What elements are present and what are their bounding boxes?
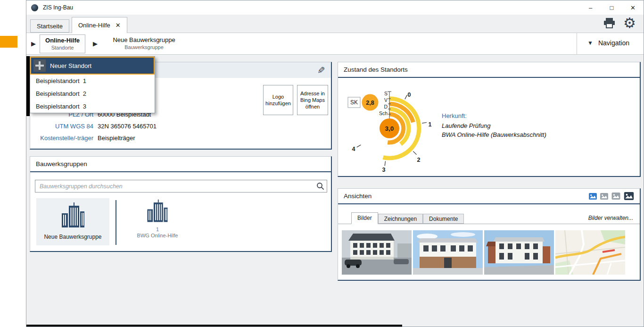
breadcrumb-subtitle: Standorte — [40, 45, 85, 50]
field-row-utm: UTM WGS 8432N 365076 5465701 — [30, 123, 157, 130]
tab-close-icon[interactable]: ✕ — [116, 22, 121, 29]
breadcrumb-expand-arrow-2[interactable]: ▶ — [93, 40, 98, 47]
bauwerksgruppen-title: Bauwerksgruppen — [36, 160, 87, 168]
breadcrumb-item-neue-bauwerksgruppe[interactable]: Neue Bauwerksgruppe Bauwerksgruppe — [103, 36, 185, 50]
gauge-axis-label-d: D — [384, 104, 388, 109]
app-logo-icon — [31, 4, 38, 11]
gauge-scale-2: 2 — [417, 157, 421, 163]
tab-bilder[interactable]: Bilder — [351, 212, 378, 224]
zustand-title: Zustand des Standorts — [344, 66, 408, 73]
image-size-small-icon[interactable] — [589, 193, 597, 200]
tab-online-hilfe-label: Online-Hilfe — [78, 22, 110, 29]
bwg-item-label: BWG Online-Hilfe — [127, 233, 188, 239]
tab-dokumente[interactable]: Dokumente — [423, 214, 464, 224]
herkunft-line-1: Laufende Prüfung — [442, 121, 546, 130]
app-window: ZIS Ing-Bau – □ ✕ Startseite Online-Hilf… — [26, 0, 644, 327]
search-icon[interactable] — [316, 182, 324, 190]
breadcrumb-item-online-hilfe[interactable]: Online-Hilfe Standorte — [40, 34, 85, 53]
ansichten-panel: Ansichten Bilder Zeichnungen Dokumente B… — [338, 188, 641, 281]
tab-zeichnungen[interactable]: Zeichnungen — [378, 214, 423, 224]
neue-bauwerksgruppe-label: Neue Bauwerksgruppe — [36, 234, 109, 240]
close-button[interactable]: ✕ — [622, 0, 644, 15]
dropdown-edge-strip — [26, 56, 30, 116]
bauwerksgruppen-header: Bauwerksgruppen — [30, 157, 331, 172]
gauge-scale-1: 1 — [429, 121, 432, 128]
zustand-panel: Zustand des Standorts S V D Sch — [338, 62, 641, 177]
herkunft-block: Herkunft: Laufende Prüfung BWA Online-Hi… — [442, 112, 546, 139]
building-icon — [145, 198, 170, 225]
bottom-edge-bar — [26, 325, 402, 327]
bauwerksgruppen-panel: Bauwerksgruppen — [30, 156, 332, 252]
maximize-button[interactable]: □ — [601, 0, 622, 15]
chevron-down-icon: ▼ — [587, 40, 593, 46]
neue-bauwerksgruppe-tile[interactable]: Neue Bauwerksgruppe — [36, 198, 109, 245]
navigation-separator — [577, 33, 577, 54]
field-label: Kostenstelle/-träger — [30, 134, 93, 142]
bauwerksgruppen-search — [35, 180, 327, 193]
ansichten-header: Ansichten — [338, 189, 640, 204]
orange-pointer-flag — [0, 36, 17, 48]
field-row-kostenstelle: Kostenstelle/-trägerBeispielträger — [30, 134, 135, 142]
search-input[interactable] — [35, 180, 327, 193]
herkunft-line-2: BWA Online-Hilfe (Bauwerksabschnitt) — [442, 130, 546, 139]
field-value: 32N 365076 5465701 — [98, 123, 157, 130]
tile-separator — [116, 200, 116, 245]
thumbnail-building-photo-1[interactable] — [342, 230, 412, 275]
menu-item-beispielstandort-1[interactable]: Beispielstandort 1 — [30, 75, 155, 87]
gauge-scale-3: 3 — [382, 167, 386, 173]
herkunft-label: Herkunft: — [442, 112, 546, 119]
gauge-scale-0: 0 — [408, 92, 411, 98]
menu-item-beispielstandort-3[interactable]: Beispielstandort 3 — [30, 100, 155, 113]
logo-hinzufuegen-button[interactable]: Logo hinzufügen — [263, 85, 293, 115]
thumbnail-map[interactable] — [555, 230, 625, 275]
edit-pencil-icon[interactable]: ✎ — [317, 66, 325, 75]
breadcrumb-title-2: Neue Bauwerksgruppe — [103, 36, 185, 43]
tab-startseite[interactable]: Startseite — [30, 19, 69, 33]
navigation-control[interactable]: ▼ Navigation — [587, 39, 629, 47]
sk-value: 2,8 — [366, 100, 374, 106]
image-size-xlarge-icon[interactable] — [624, 192, 634, 200]
menu-item-beispielstandort-2[interactable]: Beispielstandort 2 — [30, 87, 155, 100]
breadcrumb: ▶ Online-Hilfe Standorte ▶ Neue Bauwerks… — [26, 33, 644, 55]
window-title: ZIS Ing-Bau — [43, 4, 73, 11]
zustand-header: Zustand des Standorts — [338, 62, 640, 78]
bwg-online-hilfe-item[interactable]: 1 BWG Online-Hilfe — [127, 198, 188, 239]
bilder-verwalten-link[interactable]: Bilder verwalten... — [588, 215, 633, 221]
breadcrumb-expand-arrow-1[interactable]: ▶ — [31, 40, 36, 47]
zustand-gauge: S V D Sch 0 1 2 3 4 SK 2,8 3,0 — [339, 78, 440, 176]
image-size-medium-icon[interactable] — [600, 193, 608, 200]
standort-dropdown-menu: Neuer Standort Beispielstandort 1 Beispi… — [30, 56, 155, 113]
ansichten-title: Ansichten — [344, 193, 372, 200]
neuer-standort-menu-item[interactable]: Neuer Standort — [30, 57, 155, 75]
tab-online-hilfe[interactable]: Online-Hilfe ✕ — [72, 17, 127, 33]
gauge-scale-4: 4 — [352, 146, 355, 152]
thumbnail-building-photo-3[interactable] — [484, 230, 554, 275]
bwg-item-count: 1 — [127, 226, 188, 233]
window-controls: – □ ✕ — [580, 0, 644, 15]
gauge-axis-label-sch: Sch — [379, 110, 388, 116]
plus-icon — [33, 59, 46, 72]
building-icon — [59, 201, 87, 230]
breadcrumb-title: Online-Hilfe — [40, 37, 85, 44]
thumbnail-building-photo-2[interactable] — [413, 230, 483, 275]
field-value: Beispielträger — [98, 134, 135, 142]
field-label: UTM WGS 84 — [30, 123, 93, 130]
thumbnail-strip — [342, 230, 625, 275]
minimize-button[interactable]: – — [580, 0, 601, 15]
navigation-label: Navigation — [598, 39, 629, 47]
thumbnail-size-icons — [589, 192, 634, 200]
gauge-center-value: 3,0 — [385, 125, 394, 132]
main-tab-strip: Startseite Online-Hilfe ✕ — [26, 15, 644, 33]
bing-maps-button[interactable]: Adresse in Bing Maps öffnen — [297, 85, 328, 115]
sk-label: SK — [350, 99, 358, 106]
breadcrumb-subtitle-2: Bauwerksgruppe — [103, 44, 185, 50]
neuer-standort-label: Neuer Standort — [50, 62, 91, 69]
title-bar: ZIS Ing-Bau – □ ✕ — [26, 0, 644, 15]
gauge-axis-label-v: V — [384, 97, 388, 103]
gauge-axis-label-s: S — [384, 91, 388, 96]
image-size-large-icon[interactable] — [611, 193, 620, 200]
